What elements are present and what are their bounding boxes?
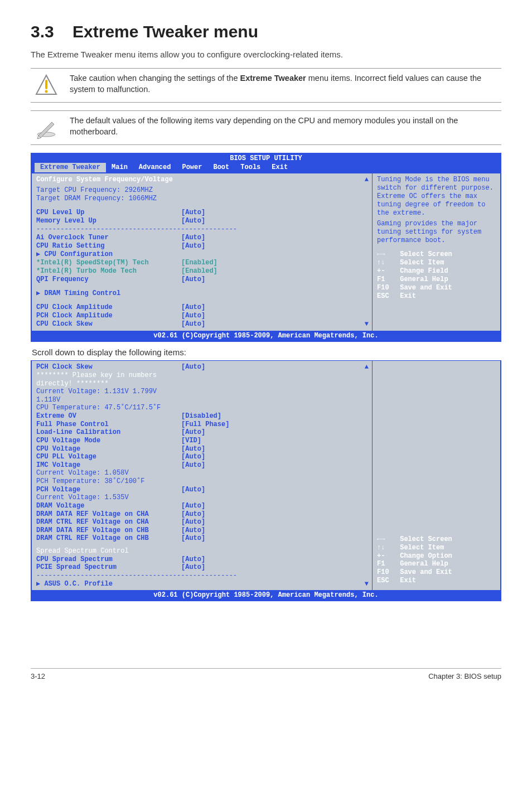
bios-row[interactable]: PCIE Spread Spectrum[Auto] (36, 563, 370, 572)
bios-row-value: [Auto] (181, 486, 205, 494)
help-key-row: ESC Exit (377, 292, 496, 301)
bios-row-value: [Auto] (181, 445, 205, 453)
bios-row[interactable]: CPU Clock Amplitude[Auto] (36, 303, 370, 312)
bios-row[interactable]: Extreme OV[Disabled] (36, 412, 370, 421)
divider: ----------------------------------------… (36, 225, 370, 234)
bios-row[interactable]: CPU Level Up[Auto] (36, 209, 370, 217)
bios-row: Current Voltage: 1.058V (36, 469, 370, 477)
help-key: ESC (377, 577, 396, 585)
bios-row-value: [Auto] (181, 518, 205, 526)
target-cpu-text: Target CPU Frequency: 2926MHZ (36, 186, 153, 195)
bios-row-value: [Auto] (181, 526, 205, 535)
help-key-row: ←→ Select Screen (377, 535, 496, 544)
bios-row-label: DRAM CTRL REF Voltage on CHA (36, 518, 181, 526)
bios-row[interactable]: CPU Ratio Setting[Auto] (36, 242, 370, 250)
bios-row[interactable]: Load-Line Calibration[Auto] (36, 428, 370, 437)
help-key-desc: Select Screen (396, 250, 452, 258)
help-key-desc: Select Item (396, 544, 444, 552)
pencil-icon (31, 115, 62, 139)
bios-row[interactable]: QPI Frequency[Auto] (36, 276, 370, 284)
bios-row-value: [Auto] (181, 461, 205, 470)
bios-row-value: [Auto] (181, 234, 205, 242)
help-key: F1 (377, 276, 396, 284)
bios-row-value: [Auto] (181, 428, 205, 437)
bios-row-value: [Auto] (181, 563, 205, 572)
help-key-desc: Select Item (396, 259, 444, 267)
bios-row[interactable]: CPU Voltage[Auto] (36, 445, 370, 453)
bios-row[interactable]: DRAM CTRL REF Voltage on CHA[Auto] (36, 518, 370, 526)
bios-row[interactable]: Full Phase Control[Full Phase] (36, 421, 370, 429)
help-key: +- (377, 552, 396, 561)
bios-row-label: ▶ DRAM Timing Control (36, 289, 181, 298)
bios-row[interactable]: IMC Voltage[Auto] (36, 461, 370, 470)
bios-row-value: [Full Phase] (181, 421, 229, 429)
bios-row[interactable]: ▶ ASUS O.C. Profile (36, 580, 370, 588)
help-key-row: ↑↓ Select Item (377, 544, 496, 552)
caution-text-bold: Extreme Tweaker (240, 74, 306, 83)
bios-row[interactable]: PCH Voltage[Auto] (36, 486, 370, 494)
bios-row-label: CPU Clock Amplitude (36, 303, 181, 312)
bios-row-label: Ai Overclock Tuner (36, 234, 181, 242)
section-title: 3.3 Extreme Tweaker menu (31, 22, 501, 41)
target-dram-text: Target DRAM Frequency: 1066MHZ (36, 195, 157, 203)
bios-row-label: CPU Temperature: 47.5˚C/117.5˚F (36, 404, 181, 412)
bios-row[interactable]: Memory Level Up[Auto] (36, 217, 370, 225)
bios-footer: v02.61 (C)Copyright 1985-2009, American … (31, 331, 501, 341)
bios-row-label: DRAM DATA REF Voltage on CHB (36, 526, 181, 535)
bios-row[interactable]: DRAM CTRL REF Voltage on CHB[Auto] (36, 534, 370, 543)
help-key-row: F1 General Help (377, 276, 496, 284)
scroll-up-icon[interactable]: ▲ (365, 363, 369, 371)
scroll-down-icon[interactable]: ▼ (365, 320, 369, 328)
bios-row-label: Full Phase Control (36, 421, 181, 429)
help-keys: ←→ Select Screen↑↓ Select Item+- Change … (377, 535, 496, 584)
bios-row-value: [Auto] (181, 363, 205, 371)
tab-main[interactable]: Main (106, 163, 133, 172)
bios-row-label: PCIE Spread Spectrum (36, 563, 181, 572)
bios-row[interactable]: ▶ DRAM Timing Control (36, 289, 370, 298)
bios-row[interactable]: DRAM DATA REF Voltage on CHB[Auto] (36, 526, 370, 535)
bios-row-label: CPU Voltage (36, 445, 181, 453)
bios-row-value: [Auto] (181, 312, 205, 320)
tab-exit[interactable]: Exit (266, 163, 293, 172)
bios-row[interactable]: ▶ CPU Configuration (36, 250, 370, 259)
help-key: ↑↓ (377, 544, 396, 552)
bios-row-label: ▶ ASUS O.C. Profile (36, 580, 181, 588)
tab-boot[interactable]: Boot (207, 163, 235, 172)
divider: ----------------------------------------… (36, 572, 370, 580)
bios-row[interactable]: CPU Clock Skew[Auto] (36, 320, 370, 328)
help-key: ↑↓ (377, 259, 396, 267)
tab-tools[interactable]: Tools (235, 163, 266, 172)
help-text-1: Tuning Mode is the BIOS menu switch for … (377, 176, 496, 218)
bios-row-value: [Auto] (181, 303, 205, 312)
help-key-desc: Save and Exit (396, 568, 452, 576)
bios-row[interactable]: CPU Spread Spectrum[Auto] (36, 555, 370, 564)
help-key-desc: Exit (396, 292, 416, 300)
bios-row: *Intel(R) Turbo Mode Tech[Enabled] (36, 267, 370, 276)
bios-row[interactable]: DRAM Voltage [Auto] (36, 502, 370, 510)
tab-extreme-tweaker[interactable]: Extreme Tweaker (35, 163, 106, 172)
target-dram: Target DRAM Frequency: 1066MHZ (36, 195, 370, 203)
bios-row[interactable]: DRAM DATA REF Voltage on CHA[Auto] (36, 510, 370, 519)
scroll-down-icon[interactable]: ▼ (365, 580, 369, 588)
scroll-up-icon[interactable]: ▲ (365, 176, 369, 184)
help-key: F10 (377, 284, 396, 292)
bios-row-label: *Intel(R) SpeedStep(TM) Tech (36, 259, 181, 267)
bios-row[interactable]: PCH Clock Skew[Auto] (36, 363, 370, 371)
bios-row[interactable]: CPU PLL Voltage[Auto] (36, 453, 370, 461)
bios-row-label: PCH Voltage (36, 486, 181, 494)
bios-row-label: DRAM DATA REF Voltage on CHA (36, 510, 181, 519)
bios-row[interactable]: PCH Clock Amplitude[Auto] (36, 312, 370, 320)
bios-row[interactable]: CPU Voltage Mode[VID] (36, 437, 370, 445)
help-key: F1 (377, 560, 396, 568)
tab-power[interactable]: Power (176, 163, 207, 172)
help-key-row: ↑↓ Select Item (377, 259, 496, 267)
bios-row-label: PCH Clock Skew (36, 363, 181, 371)
help-key-row: +- Change Field (377, 267, 496, 276)
help-key-desc: Select Screen (396, 535, 452, 543)
section-number: 3.3 (31, 22, 54, 41)
tab-advanced[interactable]: Advanced (133, 163, 177, 172)
help-key: F10 (377, 568, 396, 577)
bios-row-label: Current Voltage: 1.058V (36, 469, 181, 477)
bios-row[interactable]: Ai Overclock Tuner[Auto] (36, 234, 370, 242)
help-key-row: ESC Exit (377, 577, 496, 585)
